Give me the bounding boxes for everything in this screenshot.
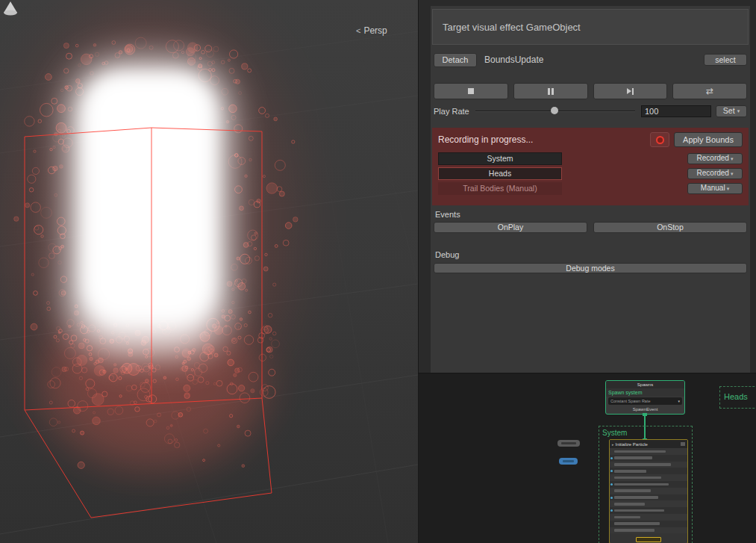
events-row: OnPlay OnStop bbox=[434, 222, 747, 233]
node-property-row[interactable] bbox=[610, 488, 687, 494]
select-button[interactable]: select bbox=[704, 54, 747, 66]
constant-spawn-rate-field[interactable]: Constant Spawn Rate ▾ bbox=[608, 397, 682, 405]
system-mode-dropdown[interactable]: Recorded ▾ bbox=[687, 153, 743, 164]
spawn-system-label: Spawn system bbox=[606, 388, 684, 397]
pause-button[interactable] bbox=[513, 83, 588, 99]
node-property-row[interactable] bbox=[610, 448, 687, 455]
restart-button[interactable]: ⇄ bbox=[672, 83, 747, 99]
node-property-row[interactable] bbox=[610, 481, 687, 488]
stop-button[interactable] bbox=[434, 83, 508, 99]
vfx-graph-view[interactable]: Spawns Spawn system Constant Spawn Rate … bbox=[418, 373, 756, 543]
perspective-toggle[interactable]: < Persp bbox=[356, 25, 387, 36]
record-icon bbox=[656, 136, 664, 144]
system-row-button[interactable]: System bbox=[438, 152, 562, 165]
node-property-row[interactable] bbox=[610, 494, 687, 501]
recording-row-heads: Heads Recorded ▾ bbox=[438, 167, 743, 180]
node-property-row[interactable] bbox=[610, 521, 687, 527]
recording-row-system: System Recorded ▾ bbox=[438, 152, 743, 165]
recording-row-trail-bodies: Trail Bodies (Manual) Manual ▾ bbox=[438, 181, 743, 195]
panel-title: Target visual effect GameObject bbox=[432, 9, 749, 45]
mode-label: Recorded bbox=[697, 170, 729, 177]
chevron-down-icon: ▾ bbox=[731, 156, 734, 161]
restart-icon: ⇄ bbox=[706, 87, 713, 96]
chevron-down-icon: ▾ bbox=[731, 171, 734, 176]
system-container-label: System bbox=[602, 429, 627, 437]
scene-orientation-gizmo-icon[interactable] bbox=[0, 0, 21, 18]
init-node-title-bar[interactable]: ▸ Initialize Particle bbox=[610, 440, 687, 448]
particle-system-render bbox=[0, 0, 418, 543]
target-gameobject-name: BoundsUpdate bbox=[484, 55, 543, 65]
node-property-row[interactable] bbox=[610, 527, 687, 534]
heads-row-button[interactable]: Heads bbox=[438, 167, 562, 180]
node-property-row[interactable] bbox=[610, 500, 687, 507]
apply-bounds-button[interactable]: Apply Bounds bbox=[674, 132, 743, 147]
field-label: Constant Spawn Rate bbox=[610, 399, 651, 403]
events-section-label: Events bbox=[435, 210, 460, 219]
detach-button[interactable]: Detach bbox=[434, 53, 477, 67]
recording-status: Recording in progress... bbox=[438, 134, 533, 145]
recording-rows: System Recorded ▾ Heads Recorded ▾ Trail… bbox=[438, 152, 743, 195]
trail-bodies-mode-dropdown[interactable]: Manual ▾ bbox=[687, 183, 743, 194]
node-property-row[interactable] bbox=[610, 514, 687, 521]
step-button[interactable] bbox=[593, 83, 668, 99]
persp-label: Persp bbox=[363, 25, 387, 36]
play-rate-slider[interactable] bbox=[475, 105, 635, 117]
spawn-context-node[interactable]: Spawns Spawn system Constant Spawn Rate … bbox=[605, 380, 685, 415]
node-property-row[interactable] bbox=[610, 507, 687, 514]
mode-label: Recorded bbox=[697, 155, 729, 162]
step-forward-icon bbox=[627, 88, 634, 95]
node-property-row[interactable] bbox=[610, 468, 687, 474]
stop-icon bbox=[468, 88, 474, 94]
initialize-particle-node[interactable]: ▸ Initialize Particle bbox=[609, 439, 688, 543]
heads-container-label: Heads bbox=[724, 392, 748, 401]
pause-icon bbox=[548, 88, 554, 95]
scene-view[interactable]: < Persp bbox=[0, 0, 418, 543]
play-rate-value[interactable]: 100 bbox=[641, 105, 711, 117]
node-property-row[interactable] bbox=[610, 474, 687, 481]
spawn-event-port[interactable]: SpawnEvent bbox=[606, 406, 684, 413]
graph-badge-gray[interactable] bbox=[557, 440, 580, 447]
mode-label: Manual bbox=[701, 184, 725, 192]
chevron-down-icon: ▾ bbox=[737, 108, 740, 114]
collapse-caret-icon[interactable]: ▸ bbox=[612, 442, 614, 447]
recording-header: Recording in progress... Apply Bounds bbox=[438, 132, 743, 147]
graph-badge-blue[interactable] bbox=[559, 458, 578, 465]
onplay-button[interactable]: OnPlay bbox=[434, 222, 587, 233]
set-button[interactable]: Set ▾ bbox=[716, 105, 747, 117]
init-node-title: Initialize Particle bbox=[616, 442, 648, 447]
play-rate-row: Play Rate 100 Set ▾ bbox=[434, 105, 747, 117]
recording-section: Recording in progress... Apply Bounds Sy… bbox=[432, 128, 749, 205]
heads-mode-dropdown[interactable]: Recorded ▾ bbox=[687, 168, 743, 179]
persp-arrow-icon: < bbox=[356, 26, 360, 35]
play-rate-label: Play Rate bbox=[434, 107, 475, 116]
connection-anchor bbox=[643, 413, 647, 416]
slider-knob[interactable] bbox=[551, 107, 558, 114]
trail-bodies-row-label: Trail Bodies (Manual) bbox=[438, 182, 562, 195]
debug-section-label: Debug bbox=[435, 250, 459, 259]
debug-modes-button[interactable]: Debug modes bbox=[434, 263, 747, 273]
node-output-port[interactable] bbox=[636, 537, 661, 542]
node-toggle-icon[interactable] bbox=[681, 442, 685, 446]
chevron-down-icon: ▾ bbox=[727, 186, 730, 191]
attach-row: Detach BoundsUpdate select bbox=[434, 52, 747, 67]
spawn-node-title: Spawns bbox=[606, 381, 684, 388]
chevron-down-icon: ▾ bbox=[678, 399, 680, 403]
playback-row: ⇄ bbox=[434, 83, 747, 99]
onstop-button[interactable]: OnStop bbox=[593, 222, 747, 233]
record-button[interactable] bbox=[650, 132, 669, 147]
vfx-playback-controls: Target visual effect GameObject Detach B… bbox=[431, 6, 750, 373]
set-label: Set bbox=[723, 107, 735, 115]
node-property-row[interactable] bbox=[610, 462, 687, 468]
vfx-control-panel: Target visual effect GameObject Detach B… bbox=[418, 0, 756, 373]
heads-container[interactable]: Heads bbox=[719, 386, 756, 409]
node-property-row[interactable] bbox=[610, 455, 687, 462]
